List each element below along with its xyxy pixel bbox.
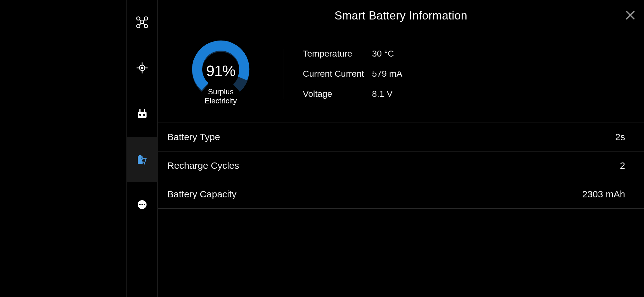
svg-rect-21 <box>139 155 141 156</box>
svg-point-10 <box>141 67 143 69</box>
drone-icon <box>136 16 149 30</box>
row-recharge-cycles: Recharge Cycles 2 <box>158 151 644 180</box>
stat-label: Temperature <box>303 49 372 59</box>
close-icon <box>625 10 635 21</box>
svg-point-18 <box>139 114 141 116</box>
gauge-label-line1: Surplus <box>180 87 262 96</box>
main-content: Smart Battery Information 91% Surpl <box>158 0 644 297</box>
stat-label: Current Current <box>303 69 372 79</box>
battery-percentage: 91% <box>180 62 262 80</box>
row-value: 2303 mAh <box>582 189 625 200</box>
svg-point-19 <box>143 114 145 116</box>
svg-rect-20 <box>138 156 143 164</box>
row-label: Battery Type <box>167 132 220 142</box>
row-label: Battery Capacity <box>167 189 236 200</box>
controller-icon <box>136 107 149 121</box>
stat-value: 579 mA <box>372 69 402 79</box>
sidebar-item-aircraft[interactable] <box>127 0 158 46</box>
row-value: 2 <box>620 160 625 171</box>
battery-overview-section: 91% Surplus Electricity Temperature 30 °… <box>158 31 644 123</box>
close-button[interactable] <box>624 9 636 22</box>
svg-point-23 <box>139 204 141 205</box>
sidebar-item-remote[interactable] <box>127 91 158 137</box>
row-battery-type: Battery Type 2s <box>158 123 644 151</box>
stat-voltage: Voltage 8.1 V <box>303 89 402 99</box>
page-title: Smart Battery Information <box>335 9 468 22</box>
stat-temperature: Temperature 30 °C <box>303 49 402 59</box>
more-icon <box>136 198 149 212</box>
battery-gauge: 91% Surplus Electricity <box>180 38 262 110</box>
svg-point-25 <box>144 204 145 205</box>
svg-rect-16 <box>139 109 141 113</box>
stat-current: Current Current 579 mA <box>303 69 402 79</box>
left-empty-region <box>0 0 127 297</box>
vertical-divider <box>284 49 284 99</box>
gauge-label: Surplus Electricity <box>180 87 262 106</box>
stat-value: 8.1 V <box>372 89 392 99</box>
row-value: 2s <box>615 132 625 142</box>
header: Smart Battery Information <box>158 0 644 31</box>
sidebar-nav <box>127 0 158 297</box>
svg-point-24 <box>142 204 143 205</box>
row-battery-capacity: Battery Capacity 2303 mAh <box>158 180 644 209</box>
battery-icon <box>136 152 149 167</box>
stat-value: 30 °C <box>372 49 394 59</box>
svg-rect-17 <box>144 109 145 113</box>
stat-label: Voltage <box>303 89 372 99</box>
target-icon <box>136 61 149 76</box>
sidebar-item-calibration[interactable] <box>127 46 158 91</box>
row-label: Recharge Cycles <box>167 160 239 171</box>
svg-rect-15 <box>138 112 147 118</box>
gauge-label-line2: Electricity <box>180 96 262 106</box>
sidebar-item-battery[interactable] <box>127 137 158 182</box>
sidebar-item-more[interactable] <box>127 182 158 228</box>
svg-rect-8 <box>141 21 144 24</box>
battery-stats: Temperature 30 °C Current Current 579 mA… <box>303 49 402 99</box>
